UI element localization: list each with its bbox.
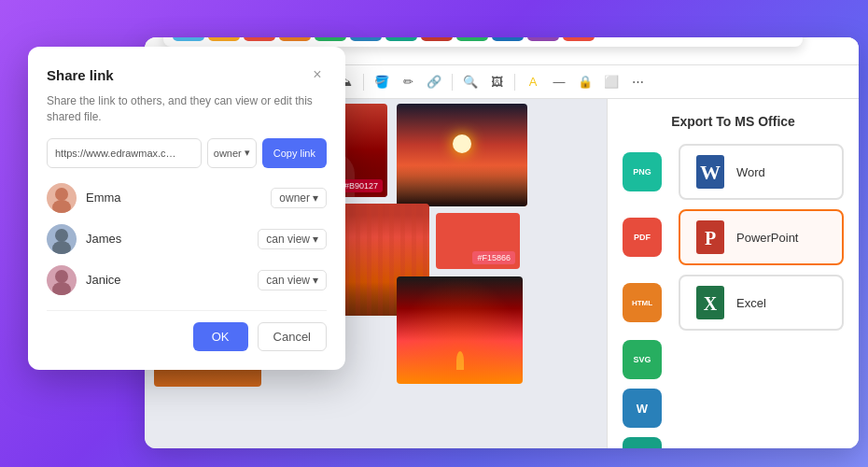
link-input[interactable]: https://www.edrawmax.com/online/fil (47, 138, 202, 168)
arrow-indicator: ← (814, 37, 838, 44)
share-link-dialog: Share link × Share the link to others, a… (28, 47, 345, 370)
color-tag-1: #B90127 (340, 179, 383, 192)
svg-text:W: W (700, 161, 721, 184)
export-word-button[interactable]: W Word (679, 144, 844, 200)
format-btn-visio[interactable]: V (385, 37, 417, 41)
word-label: Word (736, 165, 765, 179)
separator-3 (514, 74, 515, 91)
export-grid: PNG W Word PDF (623, 144, 844, 448)
excel-icon: X (693, 286, 727, 319)
separator-2 (452, 74, 453, 91)
export-panel: Export To MS Office PNG W Word (607, 99, 859, 448)
format-btn-pdf[interactable]: PDF (244, 37, 275, 41)
separator-1 (363, 74, 364, 91)
format-btn-excel[interactable]: X (456, 37, 488, 41)
color-tag-2: #F15866 (472, 251, 515, 264)
tool-pen[interactable]: ✏ (398, 72, 418, 92)
tool-zoom[interactable]: 🔍 (460, 72, 481, 92)
svg-point-3 (52, 241, 71, 254)
close-button[interactable]: × (308, 65, 327, 84)
avatar-james (47, 224, 77, 254)
export-powerpoint-button[interactable]: P PowerPoint (679, 209, 844, 265)
side-icon-pdf[interactable]: PDF (623, 218, 662, 257)
dialog-header: Share link × (47, 65, 327, 84)
image-concert (397, 276, 523, 384)
format-btn-jpg[interactable]: JPG (208, 37, 240, 41)
powerpoint-label: PowerPoint (736, 231, 798, 245)
powerpoint-icon: P (693, 220, 727, 254)
user-row-emma: Emma owner ▾ (47, 183, 327, 213)
tool-lock[interactable]: 🔒 (575, 72, 595, 92)
dialog-title: Share link (47, 67, 114, 83)
tool-highlight[interactable]: A (523, 72, 543, 92)
svg-point-5 (52, 282, 71, 295)
format-btn-tiff[interactable]: TIFF (173, 37, 204, 41)
format-btn-html[interactable]: HTML (279, 37, 311, 41)
user-name-emma: Emma (86, 191, 271, 205)
export-title: Export To MS Office (623, 114, 844, 129)
avatar-janice (47, 265, 77, 295)
link-role-select[interactable]: owner ▾ (207, 138, 257, 168)
svg-text:P: P (705, 228, 716, 248)
word-icon: W (693, 155, 727, 189)
copy-link-button[interactable]: Copy link (262, 138, 327, 168)
export-spacer (679, 340, 844, 379)
format-toolbar: TIFF JPG PDF HTML SVG W V P X PS EPS CSV… (163, 37, 803, 47)
svg-text:X: X (704, 293, 718, 314)
role-select-james[interactable]: can view ▾ (258, 229, 327, 249)
user-row-janice: Janice can view ▾ (47, 265, 327, 295)
image-sunset-city (397, 104, 527, 206)
format-btn-csv[interactable]: CSV (563, 37, 595, 41)
tool-more[interactable]: ⋯ (627, 72, 648, 92)
tool-crop[interactable]: ⬜ (601, 72, 622, 92)
format-btn-word[interactable]: W (350, 37, 382, 41)
svg-point-0 (55, 188, 68, 201)
tool-minus[interactable]: — (549, 72, 569, 92)
avatar-emma (47, 183, 77, 213)
format-btn-svg[interactable]: SVG (315, 37, 346, 41)
user-row-james: James can view ▾ (47, 224, 327, 254)
dialog-description: Share the link to others, and they can v… (47, 93, 327, 125)
format-btn-eps[interactable]: EPS (527, 37, 559, 41)
export-excel-button[interactable]: X Excel (679, 275, 844, 331)
tool-image[interactable]: 🖼 (486, 72, 507, 92)
tool-link[interactable]: 🔗 (424, 72, 444, 92)
user-name-janice: Janice (86, 273, 258, 287)
cancel-button[interactable]: Cancel (258, 322, 327, 351)
role-select-janice[interactable]: can view ▾ (258, 270, 327, 290)
side-icon-v[interactable]: V (623, 437, 662, 448)
format-btn-ppt[interactable]: P (421, 37, 453, 41)
link-row: https://www.edrawmax.com/online/fil owne… (47, 138, 327, 168)
excel-label: Excel (736, 296, 766, 310)
side-icon-html[interactable]: HTML (623, 283, 662, 322)
dialog-footer: OK Cancel (47, 310, 327, 351)
image-salmon: #F15866 (436, 213, 520, 269)
side-icon-png[interactable]: PNG (623, 152, 662, 191)
role-select-emma[interactable]: owner ▾ (271, 188, 327, 208)
svg-point-4 (55, 270, 68, 283)
side-icon-w[interactable]: W (623, 389, 662, 428)
svg-point-1 (52, 200, 71, 213)
svg-point-2 (55, 229, 68, 242)
tool-fill[interactable]: 🪣 (371, 72, 392, 92)
side-icon-svg[interactable]: SVG (623, 340, 662, 379)
ok-button[interactable]: OK (193, 322, 248, 351)
format-btn-ps[interactable]: PS (492, 37, 524, 41)
user-name-james: James (86, 232, 258, 246)
